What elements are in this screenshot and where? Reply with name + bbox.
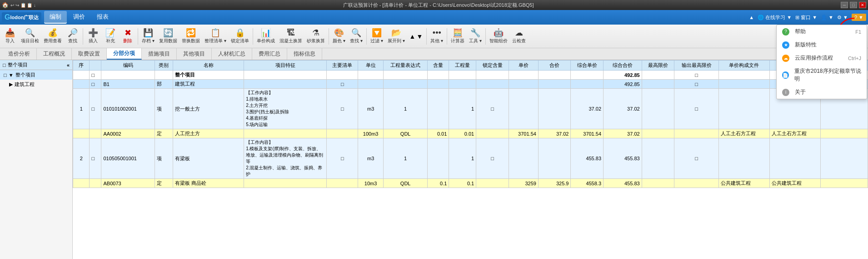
window-btn[interactable]: ⊞ 窗口 ▼ (795, 14, 817, 21)
user-btn[interactable]: 👤 ▼ (821, 15, 833, 20)
menu-items: 编制 调价 报表 (44, 11, 114, 24)
nav-up-icon[interactable]: ▲ (409, 33, 416, 40)
calculator-button[interactable]: 🧮 计算器 (449, 26, 466, 46)
cell-output-max: □ (674, 138, 719, 179)
replace-icon: 🔁 (186, 29, 196, 37)
online-learning-btn[interactable]: 🌐 在线学习 ▼ (758, 14, 792, 21)
mortar-label: 砂浆换算 (307, 38, 325, 44)
save-button[interactable]: 💾 存档 ▾ (140, 26, 156, 46)
help-btn[interactable]: ? ▼ (852, 14, 866, 21)
tree-item-building[interactable]: ▶ 建筑工程 (0, 80, 72, 89)
cell-qty-expr: 1 (383, 138, 428, 179)
mortar-button[interactable]: ⚗ 砂浆换算 (305, 26, 327, 46)
table-row[interactable]: AA0002 定 人工挖土方 100m3 QDL 0.01 0.01 3701.… (73, 129, 868, 138)
lock-button[interactable]: 🔒 锁定清单 (229, 26, 251, 46)
other-button[interactable]: ••• 其他 ▾ (429, 26, 445, 46)
minimize-button[interactable]: ─ (841, 2, 848, 8)
cell-type (155, 71, 173, 80)
dropdown-item-help[interactable]: ? 帮助 F1 (777, 25, 867, 38)
cell-seq: 2 (73, 138, 90, 179)
tab-overview[interactable]: 工程概况 (37, 48, 72, 60)
tab-labor[interactable]: 人材机汇总 (212, 48, 252, 60)
cell-expand[interactable]: □ (90, 80, 101, 89)
cloud-check-button[interactable]: ☁ 云检查 (510, 26, 528, 46)
cell-expand[interactable]: □ (90, 138, 101, 179)
table-row[interactable]: 1 □ 010101002001 项 挖一般土方 【工作内容】 1.排地表水 2… (73, 89, 868, 129)
cell-expand[interactable]: □ (90, 71, 101, 80)
cell-expand[interactable]: □ (90, 89, 101, 129)
cell-feature: 【工作内容】 1.模板及支架(撑)制作、支装、拆放、堆放、运输及清理模内杂物、刷… (244, 138, 327, 179)
project-check-button[interactable]: 🔍 项目目检 (19, 26, 41, 46)
cloud-ops-shortcut: Ctrl+J (848, 56, 861, 61)
cell-qty-expr (383, 71, 428, 80)
tab-other-items[interactable]: 其他项目 (177, 48, 212, 60)
tab-price-analysis[interactable]: 造价分析 (2, 48, 37, 60)
dropdown-item-cloud-ops[interactable]: ☁ 云应用操作流程 Ctrl+J (777, 51, 867, 65)
help-icon: ? (782, 28, 789, 36)
menu-item-edit[interactable]: 编制 (44, 11, 67, 24)
organize-button[interactable]: 📋 整理清单 ▾ (203, 26, 228, 46)
title-bar-controls: ─ □ ✕ (841, 2, 866, 8)
cell-total: 325.9 (538, 179, 571, 188)
tab-fee-summary[interactable]: 费用汇总 (252, 48, 287, 60)
dropdown-item-new-features[interactable]: ★ 新版特性 (777, 38, 867, 51)
help-dropdown-menu: ? 帮助 F1 ★ 新版特性 ☁ 云应用操作流程 Ctrl+J 📄 重庆市201… (776, 25, 867, 99)
tree-expand-all[interactable]: ▼ (9, 72, 14, 78)
tab-items[interactable]: 分部分项 (107, 48, 142, 60)
fee-view-button[interactable]: 💰 费用查看 (42, 26, 64, 46)
smart-price-button[interactable]: 🤖 智能组价 (488, 26, 509, 46)
table-row[interactable]: □ 整个项目 492.85 (73, 71, 868, 80)
nav-down-icon[interactable]: ▼ (416, 33, 423, 40)
online-icon: 🌐 (758, 15, 764, 20)
search-button[interactable]: 🔍 查找 ▾ (348, 26, 364, 46)
collapse-panel-btn[interactable]: « (67, 62, 70, 68)
sep3 (253, 28, 253, 45)
concrete-button[interactable]: 🏗 混凝土换算 (278, 26, 304, 46)
menu-item-adjust[interactable]: 调价 (68, 11, 90, 24)
table-row[interactable]: 2 □ 010505001001 项 有梁板 【工作内容】 1.模板及支架(撑)… (73, 138, 868, 179)
table-row[interactable]: □ B1 部 建筑工程 □ 492.85 (73, 80, 868, 89)
tab-measures[interactable]: 措施项目 (142, 48, 177, 60)
insert-button[interactable]: ➕ 插入 (85, 26, 101, 46)
project-check-icon: 🔍 (25, 29, 35, 37)
sep6 (426, 28, 427, 45)
dropdown-item-cq-manual[interactable]: 📄 重庆市2018序列定额章节说明 (777, 65, 867, 86)
collapse-icon[interactable]: ▲ (749, 15, 754, 20)
tree-label-all: 整个项目 (15, 71, 35, 78)
cell-composite-total: 492.85 (604, 80, 642, 89)
unit-price-button[interactable]: 📊 单价构成 (255, 26, 277, 46)
logo-g: G (5, 13, 10, 21)
color-button[interactable]: 🎨 颜色 ▾ (331, 26, 347, 46)
maximize-button[interactable]: □ (850, 2, 857, 8)
new-features-icon: ★ (782, 41, 789, 49)
import-button[interactable]: 📥 导入 (2, 26, 18, 46)
dropdown-item-about[interactable]: i 关于 (777, 86, 867, 99)
table-row[interactable]: AB0073 定 有梁板 商品砼 10m3 QDL 0.1 0.1 3259 3… (73, 179, 868, 188)
cell-qty: 1 (449, 138, 476, 179)
supplement-button[interactable]: 📝 补充 (102, 26, 119, 46)
tools-button[interactable]: 🔧 工具 ▾ (467, 26, 484, 46)
close-button[interactable]: ✕ (859, 2, 866, 8)
tab-indicators[interactable]: 指标信息 (287, 48, 322, 60)
settings-btn[interactable]: ⚙ ▼ (837, 15, 848, 20)
cell-code: 010505001001 (101, 138, 155, 179)
cell-total (538, 138, 571, 179)
replace-button[interactable]: 🔁 替换数据 (180, 26, 202, 46)
delete-button[interactable]: ✖ 删除 (120, 26, 136, 46)
left-panel-check: □ (3, 62, 6, 68)
toolbar: 📥 导入 🔍 项目目检 💰 费用查看 🔎 查找 ➕ 插入 📝 补充 ✖ 删除 (0, 25, 868, 48)
filter-button[interactable]: 🔽 过滤 ▾ (369, 26, 385, 46)
expand-to-button[interactable]: 📂 展开到 ▾ (386, 26, 407, 46)
reuse-button[interactable]: 🔄 复用数据 (157, 26, 179, 46)
th-unit: 单位 (358, 61, 384, 71)
about-label: 关于 (795, 88, 806, 96)
tree-expand-building[interactable]: ▶ (9, 81, 13, 87)
find-button[interactable]: 🔎 查找 (65, 26, 81, 46)
project-check-label: 项目目检 (21, 38, 39, 44)
cell-max-price (642, 138, 674, 179)
menu-item-report[interactable]: 报表 (91, 11, 114, 24)
tree-item-all[interactable]: □ ▼ 整个项目 (0, 70, 72, 80)
color-icon: 🎨 (334, 29, 344, 37)
left-panel: □ 整个项目 « □ ▼ 整个项目 ▶ 建筑工程 (0, 60, 73, 259)
tab-fee-settings[interactable]: 取费设置 (72, 48, 107, 60)
